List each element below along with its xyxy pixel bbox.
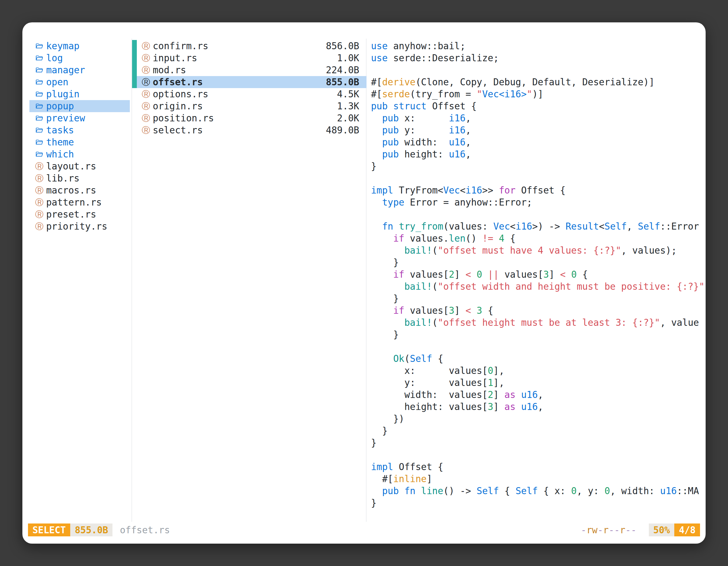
file-name: popup [46,101,74,112]
dir-item[interactable]: theme [29,136,130,148]
file-item[interactable]: Ⓡoffset.rs855.0B [132,76,367,88]
folder-icon [36,139,43,146]
dir-item[interactable]: open [29,76,130,88]
file-name: keymap [46,41,79,51]
file-name: options.rs [153,89,208,100]
code-line: x: values[0], [371,365,706,377]
file-item[interactable]: Ⓡlayout.rs [29,160,130,172]
dir-item[interactable]: plugin [29,88,130,100]
file-size: 2.0K [337,113,359,124]
folder-icon [36,114,43,122]
dir-item[interactable]: log [29,52,130,64]
rust-file-icon: Ⓡ [36,210,43,219]
status-bar: SELECT 855.0B offset.rs -rw-r--r-- 50% 4… [28,523,700,536]
rust-file-icon: Ⓡ [36,198,43,207]
current-pane: Ⓡconfirm.rs856.0BⓇinput.rs1.0KⓇmod.rs224… [132,40,367,136]
code-line: width: values[2] as u16, [371,389,706,401]
file-item[interactable]: Ⓡconfirm.rs856.0B [132,40,367,52]
file-name: plugin [46,89,79,100]
file-item[interactable]: Ⓡinput.rs1.0K [132,52,367,64]
code-line: height: values[3] as u16, [371,401,706,413]
file-item[interactable]: Ⓡlib.rs [29,172,130,184]
percent-badge: 50% [649,523,675,536]
file-item[interactable]: Ⓡpattern.rs [29,196,130,208]
code-line: impl TryFrom<Vec<i16>> for Offset { [371,184,706,196]
status-filename: offset.rs [120,525,170,536]
selection-bar [132,64,137,76]
file-item[interactable]: Ⓡpriority.rs [29,220,130,233]
code-line: pub width: u16, [371,136,706,148]
code-line: } [371,437,706,449]
file-manager-window: keymaplogmanageropenpluginpopuppreviewta… [22,22,706,544]
file-item[interactable]: Ⓡposition.rs2.0K [132,112,367,124]
file-size: 1.0K [337,53,359,64]
code-line: type Error = anyhow::Error; [371,196,706,208]
code-line: if values[2] < 0 || values[3] < 0 { [371,269,706,281]
rust-file-icon: Ⓡ [36,222,43,231]
rust-file-icon: Ⓡ [36,162,43,171]
file-size: 224.0B [326,65,359,76]
preview-pane: use anyhow::bail;use serde::Deserialize;… [371,40,706,515]
status-permissions: -rw-r--r-- [581,525,637,536]
file-name: macros.rs [46,185,96,196]
code-line: if values.len() != 4 { [371,233,706,245]
file-name: origin.rs [153,101,203,112]
selection-bar [132,40,137,52]
code-line: #[serde(try_from = "Vec<i16>")] [371,88,706,100]
file-size: 856.0B [326,41,359,51]
code-line [371,449,706,461]
code-line: }) [371,413,706,425]
file-item[interactable]: Ⓡmacros.rs [29,184,130,196]
file-name: confirm.rs [153,41,208,51]
rust-file-icon: Ⓡ [142,90,150,98]
rust-file-icon: Ⓡ [142,78,150,86]
file-name: preview [46,113,85,124]
folder-icon [36,42,43,50]
code-line: } [371,257,706,269]
folder-icon [36,90,43,98]
code-line: impl Offset { [371,461,706,473]
file-item[interactable]: Ⓡselect.rs489.0B [132,124,367,136]
dir-item[interactable]: preview [29,112,130,124]
code-line [371,64,706,76]
code-line: } [371,292,706,304]
file-item[interactable]: Ⓡorigin.rs1.3K [132,100,367,112]
rust-file-icon: Ⓡ [142,66,150,74]
rust-file-icon: Ⓡ [36,174,43,183]
code-line: #[derive(Clone, Copy, Debug, Default, De… [371,76,706,88]
file-name: log [46,53,63,64]
file-name: open [46,77,68,88]
position-badge: 4/8 [674,523,700,536]
rust-file-icon: Ⓡ [142,54,150,62]
parent-pane: keymaplogmanageropenpluginpopuppreviewta… [29,40,130,233]
file-name: preset.rs [46,209,96,220]
rust-file-icon: Ⓡ [36,186,43,195]
dir-item[interactable]: manager [29,64,130,76]
code-line: } [371,497,706,509]
dir-item[interactable]: popup [29,100,130,112]
file-name: pattern.rs [46,197,102,208]
folder-icon [36,78,43,86]
dir-item[interactable]: which [29,148,130,160]
folder-icon [36,54,43,62]
code-line: if values[3] < 3 { [371,304,706,316]
code-line: bail!("offset must have 4 values: {:?}",… [371,245,706,257]
file-item[interactable]: Ⓡoptions.rs4.5K [132,88,367,100]
code-line: y: values[1], [371,377,706,389]
rust-file-icon: Ⓡ [142,126,150,135]
dir-item[interactable]: tasks [29,124,130,136]
file-item[interactable]: Ⓡpreset.rs [29,208,130,220]
file-name: select.rs [153,125,203,136]
folder-icon [36,126,43,134]
file-item[interactable]: Ⓡmod.rs224.0B [132,64,367,76]
code-line: } [371,425,706,437]
code-line: use serde::Deserialize; [371,52,706,64]
dir-item[interactable]: keymap [29,40,130,52]
mode-badge: SELECT [28,523,70,536]
selection-bar [132,76,137,88]
file-name: input.rs [153,53,197,64]
code-line: pub struct Offset { [371,100,706,112]
code-line: pub fn line() -> Self { Self { x: 0, y: … [371,485,706,497]
code-line: Ok(Self { [371,353,706,365]
rust-file-icon: Ⓡ [142,102,150,111]
